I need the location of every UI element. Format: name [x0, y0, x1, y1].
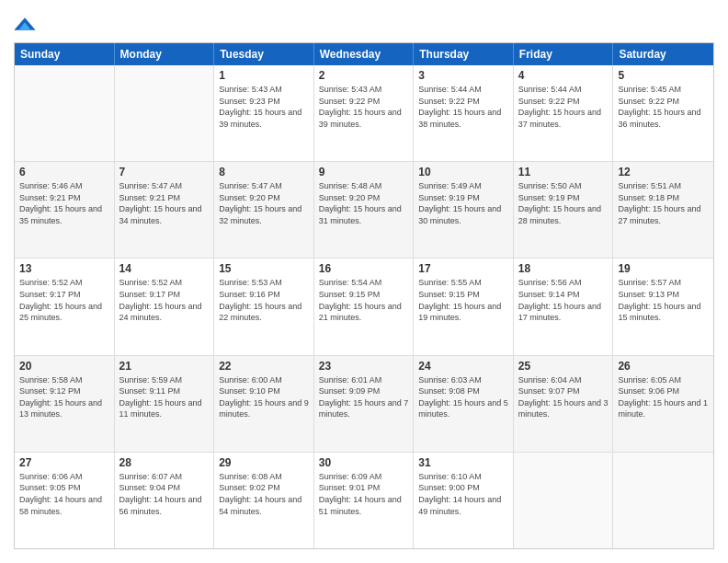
day-cell-7: 7Sunrise: 5:47 AMSunset: 9:21 PMDaylight…: [115, 162, 215, 258]
empty-cell: [613, 453, 713, 548]
cell-sun-info: Sunrise: 5:57 AMSunset: 9:13 PMDaylight:…: [618, 277, 709, 323]
weekday-header-sunday: Sunday: [15, 43, 115, 65]
calendar-row-2: 13Sunrise: 5:52 AMSunset: 9:17 PMDayligh…: [15, 259, 713, 355]
day-cell-23: 23Sunrise: 6:01 AMSunset: 9:09 PMDayligh…: [314, 356, 415, 452]
day-cell-1: 1Sunrise: 5:43 AMSunset: 9:23 PMDaylight…: [214, 65, 314, 161]
cell-sun-info: Sunrise: 5:46 AMSunset: 9:21 PMDaylight:…: [19, 180, 109, 226]
day-number: 5: [618, 69, 709, 82]
day-cell-4: 4Sunrise: 5:44 AMSunset: 9:22 PMDaylight…: [514, 65, 614, 161]
cell-sun-info: Sunrise: 5:59 AMSunset: 9:11 PMDaylight:…: [119, 374, 210, 420]
day-cell-28: 28Sunrise: 6:07 AMSunset: 9:04 PMDayligh…: [115, 453, 215, 548]
day-cell-21: 21Sunrise: 5:59 AMSunset: 9:11 PMDayligh…: [115, 356, 215, 452]
day-number: 14: [119, 262, 210, 275]
empty-cell: [514, 453, 614, 548]
day-number: 19: [618, 262, 709, 275]
cell-sun-info: Sunrise: 6:05 AMSunset: 9:06 PMDaylight:…: [618, 374, 709, 420]
weekday-header-saturday: Saturday: [613, 43, 713, 65]
day-cell-22: 22Sunrise: 6:00 AMSunset: 9:10 PMDayligh…: [214, 356, 314, 452]
day-number: 13: [19, 262, 109, 275]
day-cell-26: 26Sunrise: 6:05 AMSunset: 9:06 PMDayligh…: [613, 356, 713, 452]
empty-cell: [115, 65, 215, 161]
cell-sun-info: Sunrise: 5:44 AMSunset: 9:22 PMDaylight:…: [518, 84, 609, 130]
cell-sun-info: Sunrise: 5:47 AMSunset: 9:21 PMDaylight:…: [119, 180, 210, 226]
day-number: 15: [219, 262, 309, 275]
cell-sun-info: Sunrise: 5:52 AMSunset: 9:17 PMDaylight:…: [19, 277, 109, 323]
day-number: 24: [418, 360, 508, 373]
weekday-header-monday: Monday: [115, 43, 215, 65]
cell-sun-info: Sunrise: 5:52 AMSunset: 9:17 PMDaylight:…: [119, 277, 210, 323]
day-cell-13: 13Sunrise: 5:52 AMSunset: 9:17 PMDayligh…: [15, 259, 115, 354]
day-number: 22: [219, 360, 309, 373]
cell-sun-info: Sunrise: 5:50 AMSunset: 9:19 PMDaylight:…: [518, 180, 609, 226]
weekday-header-thursday: Thursday: [414, 43, 514, 65]
cell-sun-info: Sunrise: 5:43 AMSunset: 9:22 PMDaylight:…: [319, 84, 409, 130]
cell-sun-info: Sunrise: 6:09 AMSunset: 9:01 PMDaylight:…: [319, 471, 409, 517]
calendar-row-0: 1Sunrise: 5:43 AMSunset: 9:23 PMDaylight…: [15, 65, 713, 162]
day-cell-20: 20Sunrise: 5:58 AMSunset: 9:12 PMDayligh…: [15, 356, 115, 452]
calendar-row-3: 20Sunrise: 5:58 AMSunset: 9:12 PMDayligh…: [15, 356, 713, 453]
cell-sun-info: Sunrise: 6:01 AMSunset: 9:09 PMDaylight:…: [319, 374, 409, 420]
cell-sun-info: Sunrise: 5:51 AMSunset: 9:18 PMDaylight:…: [618, 180, 709, 226]
weekday-header-tuesday: Tuesday: [214, 43, 314, 65]
cell-sun-info: Sunrise: 6:07 AMSunset: 9:04 PMDaylight:…: [119, 471, 210, 517]
day-cell-30: 30Sunrise: 6:09 AMSunset: 9:01 PMDayligh…: [314, 453, 415, 548]
day-cell-8: 8Sunrise: 5:47 AMSunset: 9:20 PMDaylight…: [214, 162, 314, 258]
weekday-header-friday: Friday: [514, 43, 614, 65]
day-number: 8: [219, 166, 309, 178]
day-cell-24: 24Sunrise: 6:03 AMSunset: 9:08 PMDayligh…: [414, 356, 514, 452]
day-number: 9: [319, 166, 409, 178]
day-number: 29: [219, 456, 309, 469]
cell-sun-info: Sunrise: 5:45 AMSunset: 9:22 PMDaylight:…: [618, 84, 709, 130]
cell-sun-info: Sunrise: 5:49 AMSunset: 9:19 PMDaylight:…: [418, 180, 508, 226]
day-number: 18: [518, 262, 609, 275]
page: SundayMondayTuesdayWednesdayThursdayFrid…: [0, 0, 728, 563]
day-cell-19: 19Sunrise: 5:57 AMSunset: 9:13 PMDayligh…: [613, 259, 713, 354]
day-cell-5: 5Sunrise: 5:45 AMSunset: 9:22 PMDaylight…: [613, 65, 713, 161]
day-cell-12: 12Sunrise: 5:51 AMSunset: 9:18 PMDayligh…: [613, 162, 713, 258]
day-cell-31: 31Sunrise: 6:10 AMSunset: 9:00 PMDayligh…: [414, 453, 514, 548]
cell-sun-info: Sunrise: 6:10 AMSunset: 9:00 PMDaylight:…: [418, 471, 508, 517]
day-cell-27: 27Sunrise: 6:06 AMSunset: 9:05 PMDayligh…: [15, 453, 115, 548]
day-number: 4: [518, 69, 609, 82]
day-cell-15: 15Sunrise: 5:53 AMSunset: 9:16 PMDayligh…: [214, 259, 314, 354]
day-cell-11: 11Sunrise: 5:50 AMSunset: 9:19 PMDayligh…: [514, 162, 614, 258]
cell-sun-info: Sunrise: 5:54 AMSunset: 9:15 PMDaylight:…: [319, 277, 409, 323]
header: [14, 14, 714, 33]
cell-sun-info: Sunrise: 5:53 AMSunset: 9:16 PMDaylight:…: [219, 277, 309, 323]
day-cell-29: 29Sunrise: 6:08 AMSunset: 9:02 PMDayligh…: [214, 453, 314, 548]
day-number: 28: [119, 456, 210, 469]
cell-sun-info: Sunrise: 6:08 AMSunset: 9:02 PMDaylight:…: [219, 471, 309, 517]
empty-cell: [15, 65, 115, 161]
day-number: 23: [319, 360, 409, 373]
cell-sun-info: Sunrise: 6:06 AMSunset: 9:05 PMDaylight:…: [19, 471, 109, 517]
day-number: 1: [219, 69, 309, 82]
day-number: 25: [518, 360, 609, 373]
calendar-row-1: 6Sunrise: 5:46 AMSunset: 9:21 PMDaylight…: [15, 162, 713, 259]
day-number: 21: [119, 360, 210, 373]
day-number: 31: [418, 456, 508, 469]
cell-sun-info: Sunrise: 5:56 AMSunset: 9:14 PMDaylight:…: [518, 277, 609, 323]
day-cell-16: 16Sunrise: 5:54 AMSunset: 9:15 PMDayligh…: [314, 259, 415, 354]
day-number: 27: [19, 456, 109, 469]
day-cell-6: 6Sunrise: 5:46 AMSunset: 9:21 PMDaylight…: [15, 162, 115, 258]
logo-icon: [14, 15, 36, 33]
cell-sun-info: Sunrise: 5:58 AMSunset: 9:12 PMDaylight:…: [19, 374, 109, 420]
day-cell-25: 25Sunrise: 6:04 AMSunset: 9:07 PMDayligh…: [514, 356, 614, 452]
day-cell-3: 3Sunrise: 5:44 AMSunset: 9:22 PMDaylight…: [414, 65, 514, 161]
day-number: 26: [618, 360, 709, 373]
day-number: 3: [418, 69, 508, 82]
cell-sun-info: Sunrise: 5:43 AMSunset: 9:23 PMDaylight:…: [219, 84, 309, 130]
calendar-row-4: 27Sunrise: 6:06 AMSunset: 9:05 PMDayligh…: [15, 453, 713, 548]
calendar-body: 1Sunrise: 5:43 AMSunset: 9:23 PMDaylight…: [15, 65, 713, 548]
day-number: 7: [119, 166, 210, 178]
day-number: 17: [418, 262, 508, 275]
day-number: 30: [319, 456, 409, 469]
day-cell-17: 17Sunrise: 5:55 AMSunset: 9:15 PMDayligh…: [414, 259, 514, 354]
day-number: 12: [618, 166, 709, 178]
cell-sun-info: Sunrise: 6:03 AMSunset: 9:08 PMDaylight:…: [418, 374, 508, 420]
cell-sun-info: Sunrise: 6:04 AMSunset: 9:07 PMDaylight:…: [518, 374, 609, 420]
calendar-header: SundayMondayTuesdayWednesdayThursdayFrid…: [15, 43, 713, 65]
day-number: 10: [418, 166, 508, 178]
cell-sun-info: Sunrise: 5:44 AMSunset: 9:22 PMDaylight:…: [418, 84, 508, 130]
day-number: 20: [19, 360, 109, 373]
